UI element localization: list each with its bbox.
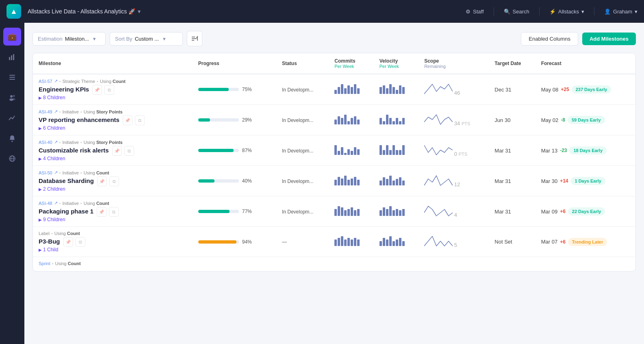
milestone-action-icons: 📌 ⧉: [63, 237, 85, 247]
title-caret-icon[interactable]: ▾: [138, 8, 141, 15]
svg-rect-83: [341, 207, 343, 216]
table-row: Sprint •Using Count: [33, 257, 635, 272]
svg-rect-63: [399, 150, 401, 155]
scope-cell: 46: [418, 74, 489, 105]
staff-nav-item[interactable]: ⚙ Staff: [466, 9, 484, 15]
milestone-action-icons: 📌 ⧉: [97, 207, 119, 217]
sidebar-item-metrics[interactable]: [3, 109, 21, 127]
copy-icon[interactable]: ⧉: [109, 176, 119, 186]
milestone-cell: ASI-57 ↗ • Strategic Theme • Using Count…: [33, 74, 193, 105]
svg-rect-42: [383, 121, 385, 124]
app-logo[interactable]: ▲: [7, 4, 21, 19]
sidebar-item-bell[interactable]: [3, 129, 21, 147]
copy-icon[interactable]: ⧉: [124, 146, 134, 156]
sidebar-item-users[interactable]: [3, 89, 21, 107]
svg-rect-0: [9, 57, 10, 60]
svg-rect-105: [379, 241, 382, 246]
forecast-cell: Mar 07 +6 Trending Later: [536, 227, 635, 257]
svg-rect-60: [389, 150, 392, 155]
svg-rect-73: [379, 181, 382, 185]
svg-rect-31: [399, 85, 401, 94]
target-date-cell: Mar 31: [489, 196, 535, 227]
pin-icon[interactable]: 📌: [92, 85, 102, 95]
svg-rect-101: [347, 238, 350, 246]
target-date-cell: Dec 31: [489, 74, 535, 105]
svg-rect-59: [386, 145, 388, 155]
search-nav-item[interactable]: 🔍 Search: [504, 9, 529, 15]
pin-icon[interactable]: 📌: [97, 176, 107, 186]
copy-icon[interactable]: ⧉: [135, 115, 145, 125]
svg-rect-38: [351, 118, 353, 124]
sidebar-item-list[interactable]: [3, 68, 21, 86]
svg-rect-66: [338, 177, 340, 185]
svg-rect-54: [351, 151, 353, 155]
svg-rect-3: [9, 75, 15, 76]
svg-rect-106: [383, 238, 385, 246]
status-cell: In Developm...: [276, 196, 329, 227]
pin-icon[interactable]: 📌: [97, 207, 106, 217]
scope-cell: 0 PTS: [418, 135, 489, 166]
milestones-table: Milestone Progress Status Commits Per We…: [33, 53, 636, 272]
svg-rect-109: [392, 241, 395, 246]
table-row: ASI-50 ↗ • Initiative • Using Count Data…: [33, 166, 635, 196]
svg-rect-82: [338, 206, 340, 216]
svg-rect-104: [357, 239, 360, 246]
table-row: ASI-57 ↗ • Strategic Theme • Using Count…: [33, 74, 635, 105]
estimation-filter[interactable]: Estimation Mileston... ▾: [33, 32, 106, 46]
estimation-caret-icon: ▾: [93, 36, 96, 42]
svg-rect-110: [396, 239, 398, 246]
svg-rect-107: [386, 239, 388, 246]
svg-rect-111: [399, 238, 401, 246]
svg-rect-99: [341, 236, 343, 246]
commits-cell: [329, 105, 373, 135]
children-toggle[interactable]: ▶ 2 Children: [39, 186, 187, 192]
svg-rect-100: [344, 239, 347, 246]
sort-order-button[interactable]: [187, 31, 202, 46]
milestone-name: Engineering KPIs: [39, 86, 89, 93]
milestone-name: Packaging phase 1: [39, 208, 93, 215]
svg-rect-2: [13, 54, 14, 60]
pin-icon[interactable]: 📌: [123, 115, 132, 125]
copy-icon[interactable]: ⧉: [76, 237, 85, 247]
velocity-cell: [374, 227, 418, 257]
children-toggle[interactable]: ▶ 9 Children: [39, 217, 187, 222]
svg-rect-39: [354, 116, 356, 124]
sidebar-item-briefcase[interactable]: 💼: [3, 28, 21, 46]
svg-rect-97: [334, 239, 337, 246]
svg-rect-58: [383, 150, 385, 155]
col-progress: Progress: [193, 53, 276, 74]
user-nav-item[interactable]: 👤 Graham ▾: [604, 9, 637, 15]
commits-cell: [329, 227, 373, 257]
scope-cell: 4: [418, 196, 489, 227]
sidebar-item-chart[interactable]: [3, 48, 21, 66]
children-toggle[interactable]: ▶ 6 Children: [39, 125, 187, 131]
sort-filter[interactable]: Sort By Custom ... ▾: [110, 32, 183, 46]
add-milestones-button[interactable]: Add Milestones: [582, 33, 636, 45]
svg-rect-4: [9, 77, 15, 78]
status-cell: In Developm...: [276, 105, 329, 135]
target-date-cell: Mar 31: [489, 135, 535, 166]
children-toggle[interactable]: ▶ 8 Children: [39, 95, 187, 100]
children-toggle[interactable]: ▶ 1 Child: [39, 247, 187, 253]
estimation-value: Mileston...: [65, 36, 89, 42]
copy-icon[interactable]: ⧉: [109, 207, 119, 217]
copy-icon[interactable]: ⧉: [104, 85, 114, 95]
svg-rect-95: [399, 210, 401, 216]
pin-icon[interactable]: 📌: [63, 237, 73, 247]
estimation-prefix: Estimation: [38, 36, 63, 42]
children-toggle[interactable]: ▶ 4 Children: [39, 156, 187, 161]
sort-caret-icon: ▾: [163, 36, 166, 42]
commits-cell: [329, 135, 373, 166]
allstacks-nav-item[interactable]: ⚡ Allstacks ▾: [549, 9, 584, 15]
pin-icon[interactable]: 📌: [112, 146, 122, 156]
table-row: Label • Using Count P3-Bug 📌 ⧉ ▶ 1 Child…: [33, 227, 635, 257]
sidebar-item-globe[interactable]: [3, 150, 21, 168]
svg-rect-26: [383, 85, 385, 94]
svg-rect-90: [383, 207, 385, 216]
search-icon: 🔍: [504, 9, 510, 15]
enabled-columns-button[interactable]: Enabled Columns: [521, 32, 578, 46]
svg-rect-68: [344, 176, 347, 185]
forecast-cell: Mar 09 +6 22 Days Early: [536, 196, 635, 227]
target-date-cell: Mar 31: [489, 166, 535, 196]
svg-rect-43: [386, 115, 388, 124]
